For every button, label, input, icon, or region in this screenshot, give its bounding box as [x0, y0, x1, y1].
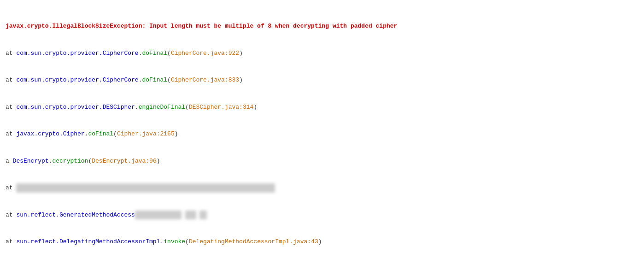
stack-line-2: at com.sun.crypto.provider.CipherCore.do… [6, 76, 638, 85]
stack-line-4: at javax.crypto.Cipher.doFinal(Cipher.ja… [6, 129, 638, 139]
stack-line-5: a DesEncrypt.decryption(DesEncrypt.java:… [6, 157, 638, 166]
stack-line-6: at ████████ ████████ ████████ ███████ ██… [6, 183, 638, 193]
error-message-line: javax.crypto.IllegalBlockSizeException: … [6, 22, 638, 31]
stack-trace-container: javax.crypto.IllegalBlockSizeException: … [6, 4, 638, 264]
stack-line-1: at com.sun.crypto.provider.CipherCore.do… [6, 49, 638, 58]
stack-line-7: at sun.reflect.GeneratedMethodAccess████… [6, 211, 638, 220]
stack-line-8: at sun.reflect.DelegatingMethodAccessorI… [6, 237, 638, 246]
stack-line-3: at com.sun.crypto.provider.DESCipher.eng… [6, 103, 638, 112]
